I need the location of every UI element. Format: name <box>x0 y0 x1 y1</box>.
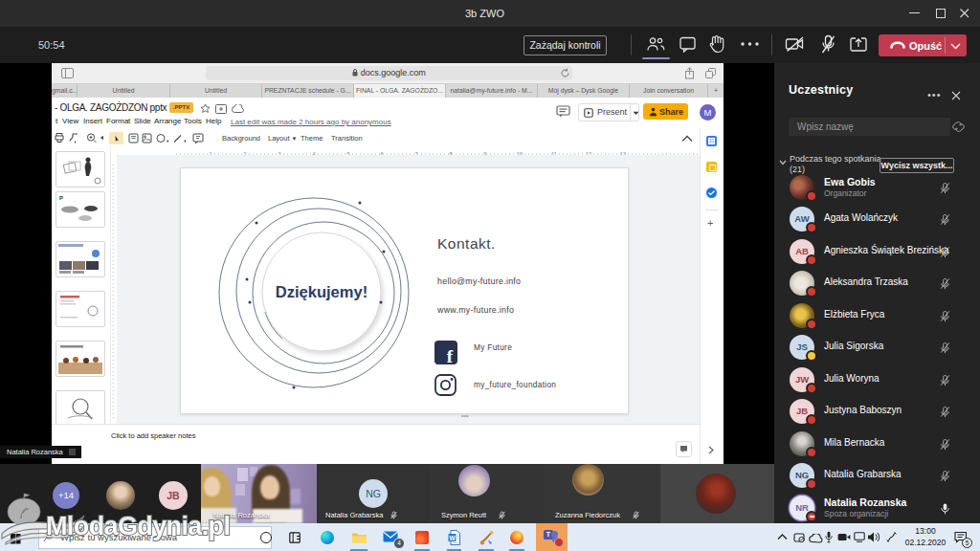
svg-text:www.my-future.info: www.my-future.info <box>436 305 514 315</box>
svg-text:W: W <box>449 535 456 541</box>
svg-text:Kontakt.: Kontakt. <box>437 235 496 252</box>
svg-text:P: P <box>59 195 63 201</box>
svg-text:...: ... <box>74 199 77 203</box>
svg-text:my_future_foundation: my_future_foundation <box>474 380 556 389</box>
svg-text:Dziękujemy!: Dziękujemy! <box>276 283 368 300</box>
svg-text:hello@my-future.info: hello@my-future.info <box>437 276 521 286</box>
svg-text:f: f <box>447 346 454 366</box>
svg-text:My Future: My Future <box>474 342 512 352</box>
